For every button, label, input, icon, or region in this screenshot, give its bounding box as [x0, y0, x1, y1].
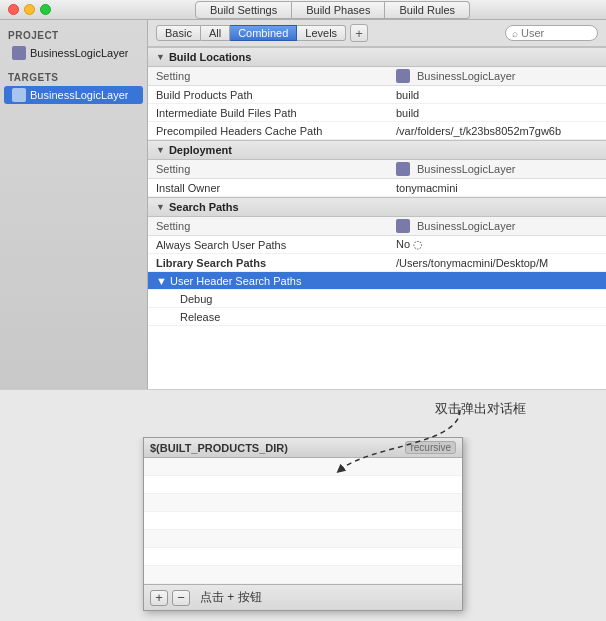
setting-name-release: Release [156, 311, 396, 323]
setting-value: build [396, 89, 598, 101]
tab-build-rules[interactable]: Build Rules [385, 1, 470, 19]
col-header-deployment-setting: Setting [156, 163, 396, 175]
dialog-header-badge: recursive [405, 441, 456, 454]
setting-value: No ◌ [396, 238, 598, 251]
setting-name: Build Products Path [156, 89, 396, 101]
section-header-search-paths: ▼ Search Paths [148, 197, 606, 217]
table-row: Library Search Paths /Users/tonymacmini/… [148, 254, 606, 272]
dialog-box: $(BUILT_PRODUCTS_DIR) recursive + − 点击 +… [143, 437, 463, 611]
dialog-row [144, 566, 462, 584]
col-icon-build-loc [396, 69, 410, 83]
col-header-build-locations: Setting BusinessLogicLayer [148, 67, 606, 86]
setting-name: Precompiled Headers Cache Path [156, 125, 396, 137]
all-filter-btn[interactable]: All [201, 25, 230, 41]
levels-filter-btn[interactable]: Levels [297, 25, 346, 41]
settings-table: ▼ Build Locations Setting BusinessLogicL… [148, 47, 606, 389]
section-title-build-locations: Build Locations [169, 51, 252, 63]
table-row: Install Owner tonymacmini [148, 179, 606, 197]
dialog-header: $(BUILT_PRODUCTS_DIR) recursive [144, 438, 462, 458]
dialog-area: $(BUILT_PRODUCTS_DIR) recursive + − 点击 +… [0, 437, 606, 621]
table-row: Debug [148, 290, 606, 308]
main-layout: PROJECT BusinessLogicLayer TARGETS Busin… [0, 20, 606, 389]
dialog-row [144, 476, 462, 494]
title-bar: Build Settings Build Phases Build Rules [0, 0, 606, 20]
dialog-add-note: 点击 + 按钮 [200, 589, 262, 606]
tab-build-settings[interactable]: Build Settings [195, 1, 292, 19]
section-arrow-search-paths: ▼ [156, 202, 165, 212]
setting-value: build [396, 107, 598, 119]
section-arrow-build-locations: ▼ [156, 52, 165, 62]
dialog-remove-btn[interactable]: − [172, 590, 190, 606]
col-header-search-setting: Setting [156, 220, 396, 232]
table-row: Intermediate Build Files Path build [148, 104, 606, 122]
setting-name-debug: Debug [156, 293, 396, 305]
sidebar: PROJECT BusinessLogicLayer TARGETS Busin… [0, 20, 148, 389]
dialog-add-btn[interactable]: + [150, 590, 168, 606]
combined-filter-btn[interactable]: Combined [230, 25, 297, 41]
filter-btn-group: Basic All Combined Levels [156, 25, 346, 41]
setting-value: /Users/tonymacmini/Desktop/M [396, 257, 598, 269]
toolbar: Basic All Combined Levels + ⌕ [148, 20, 606, 47]
setting-name: Intermediate Build Files Path [156, 107, 396, 119]
setting-value: tonymacmini [396, 182, 598, 194]
minimize-btn[interactable] [24, 4, 35, 15]
add-setting-btn[interactable]: + [350, 24, 368, 42]
sidebar-item-project[interactable]: BusinessLogicLayer [4, 44, 143, 62]
maximize-btn[interactable] [40, 4, 51, 15]
project-icon [12, 46, 26, 60]
tab-group: Build Settings Build Phases Build Rules [195, 1, 470, 19]
annotation-arrow [0, 390, 606, 437]
dialog-row [144, 494, 462, 512]
tab-build-phases[interactable]: Build Phases [292, 1, 385, 19]
setting-name: Library Search Paths [156, 257, 396, 269]
table-row: Always Search User Paths No ◌ [148, 236, 606, 254]
dialog-row [144, 530, 462, 548]
search-icon: ⌕ [512, 28, 518, 39]
dialog-content [144, 458, 462, 584]
search-box: ⌕ [505, 25, 598, 41]
col-icon-deployment [396, 162, 410, 176]
window-controls [8, 4, 51, 15]
close-btn[interactable] [8, 4, 19, 15]
setting-value: /var/folders/_t/k23bs8052m7gw6b [396, 125, 598, 137]
table-row-highlighted[interactable]: ▼ User Header Search Paths [148, 272, 606, 290]
basic-filter-btn[interactable]: Basic [156, 25, 201, 41]
dialog-row [144, 512, 462, 530]
col-icon-search [396, 219, 410, 233]
table-row: Release [148, 308, 606, 326]
col-value-build-loc: BusinessLogicLayer [417, 70, 515, 82]
project-section-label: PROJECT [0, 26, 147, 43]
sidebar-project-text: BusinessLogicLayer [30, 47, 128, 59]
setting-name: Install Owner [156, 182, 396, 194]
section-header-deployment: ▼ Deployment [148, 140, 606, 160]
sidebar-target-text: BusinessLogicLayer [30, 89, 128, 101]
col-value-deployment: BusinessLogicLayer [417, 163, 515, 175]
table-row: Build Products Path build [148, 86, 606, 104]
col-header-deployment: Setting BusinessLogicLayer [148, 160, 606, 179]
target-icon [12, 88, 26, 102]
dialog-footer: + − 点击 + 按钮 [144, 584, 462, 610]
sidebar-item-target[interactable]: BusinessLogicLayer [4, 86, 143, 104]
dialog-row [144, 548, 462, 566]
section-title-deployment: Deployment [169, 144, 232, 156]
section-arrow-deployment: ▼ [156, 145, 165, 155]
setting-name-user-header: ▼ User Header Search Paths [156, 275, 396, 287]
col-header-setting: Setting [156, 70, 396, 82]
section-header-build-locations: ▼ Build Locations [148, 47, 606, 67]
dialog-row [144, 458, 462, 476]
table-row: Precompiled Headers Cache Path /var/fold… [148, 122, 606, 140]
annotation-area: 双击弹出对话框 [0, 389, 606, 437]
col-value-search: BusinessLogicLayer [417, 220, 515, 232]
search-input[interactable] [521, 27, 591, 39]
dialog-header-text: $(BUILT_PRODUCTS_DIR) [150, 442, 405, 454]
section-title-search-paths: Search Paths [169, 201, 239, 213]
targets-section-label: TARGETS [0, 68, 147, 85]
content-area: Basic All Combined Levels + ⌕ ▼ Build Lo… [148, 20, 606, 389]
setting-name: Always Search User Paths [156, 239, 396, 251]
col-header-search-paths: Setting BusinessLogicLayer [148, 217, 606, 236]
